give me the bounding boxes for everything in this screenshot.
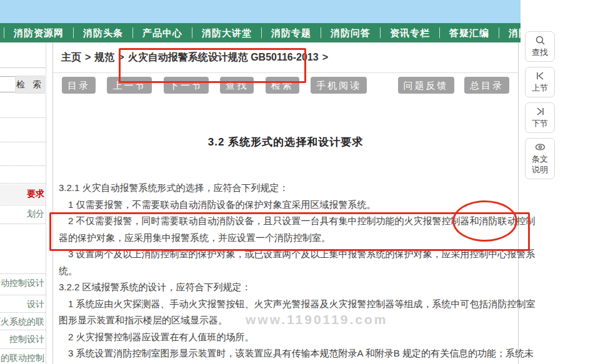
toc-separator xyxy=(0,312,46,313)
toc-item[interactable]: 设计 xyxy=(0,298,46,312)
doc-line: 3 设置两个及以上消防控制室的保护对象，或已设置两个及以上集中报警系统的保护对象… xyxy=(59,246,518,263)
doc-line: 3.2.2 区域报警系统的设计，应符合下列规定： xyxy=(59,279,518,296)
section-heading: 3.2 系统形式的选择和设计要求 xyxy=(53,135,518,149)
toc-item[interactable]: 灭火系统的联 xyxy=(0,315,46,329)
toc-separator xyxy=(0,165,46,166)
doc-line: 3.2.1 火灾自动报警系统形式的选择，应符合下列规定： xyxy=(59,180,518,197)
breadcrumb: 主页 > 规范 > 火灾自动报警系统设计规范 GB50116-2013 > xyxy=(53,42,518,73)
rail-prev-label: 上节 xyxy=(531,82,549,93)
feedback-button[interactable]: 问题反馈 xyxy=(398,77,454,94)
sidebar-divider xyxy=(0,67,46,68)
toc-item[interactable]: 联动控制设计 xyxy=(0,277,46,290)
prev-section-icon xyxy=(535,71,546,81)
master-contents-button[interactable]: 总目录 xyxy=(464,77,509,94)
breadcrumb-separator: > xyxy=(118,52,124,63)
toc-separator xyxy=(0,330,46,330)
eye-icon xyxy=(535,142,546,152)
nav-item-answer-compilation[interactable]: 答疑汇编 xyxy=(439,27,499,38)
doc-line: 2 不仅需要报警，同时需要联动自动消防设备，且只设置一台具有集中控制功能的火灾报… xyxy=(59,213,518,230)
toc-separator xyxy=(0,224,46,224)
toc-search-button[interactable]: 检 索 xyxy=(15,76,45,94)
doc-line: 3 系统设置消防控制室图形显示装置时，该装置应具有传输本规范附录A 和附录B 规… xyxy=(59,345,518,362)
document-panel: 主页 > 规范 > 火灾自动报警系统设计规范 GB50116-2013 > 目录… xyxy=(52,42,519,364)
prev-section-button[interactable]: 上一节 xyxy=(107,77,152,94)
rail-next-section-button[interactable]: 下节 xyxy=(525,102,555,133)
toc-sidebar: 检 索 要求 划分 联动控制设计 设计 灭火系统的联 控制设计 的联动控制 xyxy=(0,42,46,364)
toolbar-right-group: 问题反馈 总目录 xyxy=(391,77,509,94)
toc-item-current-section[interactable]: 要求 xyxy=(0,187,46,201)
next-section-icon xyxy=(535,106,546,117)
rail-clause-notes-label: 条文说明 xyxy=(531,154,549,175)
breadcrumb-section[interactable]: 规范 xyxy=(94,51,114,64)
rail-prev-section-button[interactable]: 上节 xyxy=(525,67,555,97)
toc-separator xyxy=(0,142,46,142)
breadcrumb-separator: > xyxy=(322,52,328,63)
breadcrumb-home[interactable]: 主页 xyxy=(61,51,81,64)
next-section-button[interactable]: 下一节 xyxy=(164,77,209,94)
toc-item[interactable]: 划分 xyxy=(0,207,46,221)
doc-line: 统。 xyxy=(59,263,518,280)
breadcrumb-separator: > xyxy=(85,52,91,63)
toc-separator xyxy=(0,295,46,295)
toc-item[interactable]: 控制设计 xyxy=(0,333,46,347)
nav-item-news-column[interactable]: 资讯专栏 xyxy=(380,27,439,38)
nav-item-fire-qa[interactable]: 消防问答 xyxy=(321,27,380,38)
contents-button[interactable]: 目录 xyxy=(62,77,96,94)
toc-separator xyxy=(0,348,46,349)
breadcrumb-document-title[interactable]: 火灾自动报警系统设计规范 GB50116-2013 xyxy=(128,51,319,64)
find-button[interactable]: 查找 xyxy=(220,77,254,94)
nav-item-fire-topics[interactable]: 消防专题 xyxy=(261,27,321,38)
main-navigation: 消防资源网 消防头条 产品中心 消防大讲堂 消防专题 消防问答 资讯专栏 答疑汇… xyxy=(0,23,521,42)
nav-item-fire-headlines[interactable]: 消防头条 xyxy=(73,27,132,38)
rail-clause-notes-button[interactable]: 条文说明 xyxy=(525,138,555,179)
rail-next-label: 下节 xyxy=(531,118,549,129)
nav-item-product-center[interactable]: 产品中心 xyxy=(132,27,192,38)
document-body: 3.2.1 火灾自动报警系统形式的选择，应符合下列规定： 1 仅需要报警，不需要… xyxy=(59,180,518,364)
nav-item-fire-resource[interactable]: 消防资源网 xyxy=(4,27,73,38)
search-icon xyxy=(535,35,546,46)
rail-find-button[interactable]: 查找 xyxy=(525,31,555,62)
doc-line: 1 系统应由火灾探测器、手动火灾报警按钮、火灾声光警报器及火灾报警控制器等组成，… xyxy=(59,296,518,313)
mobile-reading-button[interactable]: 手机阅读 xyxy=(311,77,367,94)
doc-line: 1 仅需要报警，不需要联动自动消防设备的保护对象宜采用区域报警系统。 xyxy=(59,197,518,214)
doc-line: 器的保护对象，应采用集中报警系统，并应设置一个消防控制室。 xyxy=(59,230,518,247)
nav-item-fire-lecture[interactable]: 消防大讲堂 xyxy=(192,27,261,38)
site-watermark: www.1190119.com xyxy=(246,312,388,327)
doc-line: 2 火灾报警控制器应设置在有人值班的场所。 xyxy=(59,329,518,346)
toc-item[interactable]: 的联动控制 xyxy=(0,352,46,364)
toc-separator xyxy=(0,273,46,274)
toc-separator xyxy=(0,183,46,184)
toc-separator xyxy=(0,205,46,205)
doc-line: 设置消防控制室图形显示装置时，应设置火警传输设备。 xyxy=(59,362,518,364)
floating-tool-rail: 查找 上节 下节 条文说明 xyxy=(525,31,556,184)
search-button[interactable]: 检索 xyxy=(266,77,299,94)
document-toolbar: 目录 上一节 下一节 查找 检索 手机阅读 问题反馈 总目录 xyxy=(53,77,518,96)
top-banner xyxy=(0,0,521,23)
rail-find-label: 查找 xyxy=(531,47,549,57)
toc-separator xyxy=(0,117,46,118)
